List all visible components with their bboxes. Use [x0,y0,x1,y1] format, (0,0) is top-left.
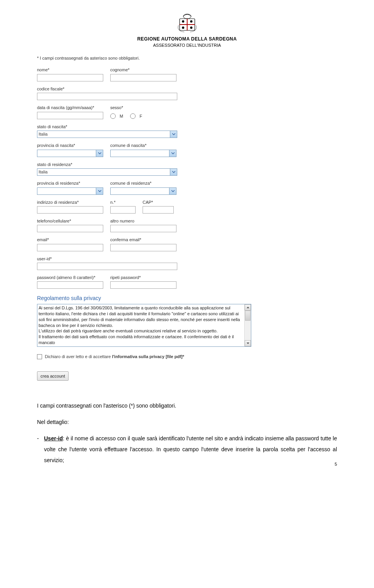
input-data-nascita[interactable] [37,112,103,119]
input-cap[interactable] [143,206,174,214]
scroll-down-icon[interactable] [245,340,251,346]
input-cognome[interactable] [110,74,176,81]
label-altro-numero: altro numero [110,218,176,224]
select-stato-nascita-value: Italia [39,131,48,137]
select-provincia-residenza[interactable] [37,187,103,195]
input-user-id[interactable] [37,263,177,270]
input-nome[interactable] [37,74,103,81]
region-subtitle: ASSESSORATO DELL'INDUSTRIA [37,43,337,48]
select-comune-nascita[interactable] [110,150,176,157]
page-number: 5 [335,462,337,466]
svg-point-4 [190,20,192,23]
label-provincia-residenza: provincia di residenza* [37,180,103,186]
privacy-heading: Regolamento sulla privacy [37,295,249,302]
crest-icon [176,12,198,33]
required-hint: * I campi contrassegnati da asterisco so… [37,55,249,61]
chevron-down-icon [170,169,177,175]
chevron-down-icon [96,188,103,194]
bullet-dash: - [37,433,44,466]
svg-point-7 [183,14,191,19]
chevron-down-icon [169,150,176,157]
checkbox-privacy[interactable] [37,354,42,359]
registration-form: * I campi contrassegnati da asterisco so… [37,55,249,381]
body-intro: I campi contrassegnati con l'asterisco (… [37,400,337,411]
label-user-id: user-id* [37,256,177,262]
label-data-nascita: data di nascita (gg/mm/aaaa)* [37,105,103,111]
privacy-text: Ai sensi del D.Lgs. 196 del 30/06/2003, … [39,305,244,346]
label-sesso: sesso* [110,105,142,111]
label-indirizzo-residenza: indirizzo di residenza* [37,200,103,205]
label-password: password (almeno 8 caratteri)* [37,275,103,281]
svg-point-6 [190,26,192,29]
svg-point-3 [182,20,184,23]
label-cap: CAP* [143,200,174,205]
input-indirizzo-residenza[interactable] [37,206,103,214]
radio-label-m: M [120,113,123,119]
label-ripeti-password: ripeti password* [110,275,176,281]
create-account-button[interactable]: crea account [37,371,69,381]
label-provincia-nascita: provincia di nascita* [37,143,103,148]
radio-sesso-m[interactable] [110,113,116,119]
input-ripeti-password[interactable] [110,281,176,289]
label-codice-fiscale: codice fiscale* [37,86,177,92]
select-stato-residenza-value: Italia [39,169,48,175]
privacy-textbox[interactable]: Ai sensi del D.Lgs. 196 del 30/06/2003, … [37,304,251,347]
input-numero-civico[interactable] [110,206,136,214]
document-header: REGIONE AUTONOMA DELLA SARDEGNA ASSESSOR… [37,12,337,48]
label-numero-civico: n.* [110,200,136,205]
scrollbar[interactable] [244,304,251,346]
svg-point-5 [182,26,184,29]
select-stato-residenza[interactable]: Italia [37,168,177,176]
scroll-up-icon[interactable] [245,304,251,311]
document-body-text: I campi contrassegnati con l'asterisco (… [37,400,337,466]
input-telefono[interactable] [37,225,103,232]
chevron-down-icon [169,188,176,194]
label-stato-nascita: stato di nascita* [37,124,177,130]
chevron-down-icon [96,150,103,157]
input-email[interactable] [37,244,103,251]
select-comune-residenza[interactable] [110,187,176,195]
input-codice-fiscale[interactable] [37,93,177,100]
body-list-item-userid: - User-id: è il nome di accesso con il q… [37,433,337,466]
checkbox-privacy-label: Dichiaro di aver letto e di accettare l'… [45,354,184,360]
input-altro-numero[interactable] [110,225,176,232]
label-nome: nome* [37,67,103,73]
label-comune-residenza: comune di residenza* [110,180,176,186]
body-detail-heading: Nel dettaglio: [37,417,337,427]
radio-sesso-f[interactable] [130,113,136,119]
label-stato-residenza: stato di residenza* [37,162,177,168]
input-conferma-email[interactable] [110,244,176,251]
region-title: REGIONE AUTONOMA DELLA SARDEGNA [37,36,337,42]
label-email: email* [37,237,103,243]
input-password[interactable] [37,281,103,289]
select-provincia-nascita[interactable] [37,150,103,157]
label-comune-nascita: comune di nascita* [110,143,176,148]
label-conferma-email: conferma email* [110,237,176,243]
radio-label-f: F [139,113,142,119]
select-stato-nascita[interactable]: Italia [37,131,177,138]
chevron-down-icon [170,131,177,138]
label-cognome: cognome* [110,67,176,73]
scroll-thumb[interactable] [245,311,251,321]
label-telefono: telefono/cellulare* [37,218,103,224]
